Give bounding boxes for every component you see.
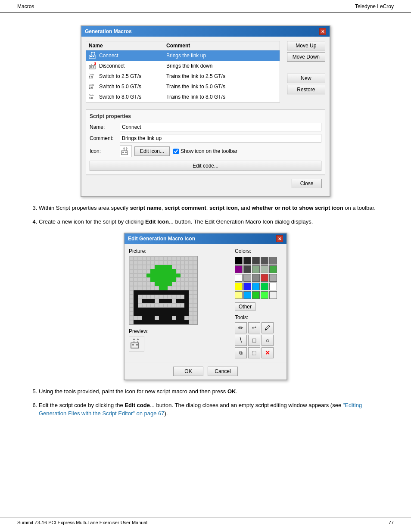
- pixel[interactable]: [155, 295, 159, 299]
- pixel[interactable]: [163, 274, 168, 278]
- pixel[interactable]: [150, 303, 155, 308]
- pixel[interactable]: [146, 256, 151, 261]
- pixel[interactable]: [184, 290, 189, 295]
- pixel[interactable]: [138, 320, 142, 324]
- pixel[interactable]: [142, 256, 146, 261]
- pixel[interactable]: [176, 269, 181, 274]
- pixel[interactable]: [181, 269, 185, 274]
- color-cell[interactable]: [269, 291, 277, 299]
- pixel[interactable]: [189, 299, 193, 303]
- pixel[interactable]: [159, 265, 163, 269]
- pixel[interactable]: [150, 261, 155, 265]
- pixel[interactable]: [189, 261, 193, 265]
- pixel[interactable]: [184, 274, 189, 278]
- pixel[interactable]: [184, 303, 189, 308]
- pixel[interactable]: [168, 256, 172, 261]
- pixel[interactable]: [168, 320, 172, 324]
- pixel[interactable]: [142, 290, 146, 295]
- pixel[interactable]: [172, 290, 176, 295]
- pixel[interactable]: [129, 295, 134, 299]
- pixel[interactable]: [142, 274, 146, 278]
- pixel[interactable]: [176, 290, 181, 295]
- pixel[interactable]: [172, 261, 176, 265]
- pixel[interactable]: [159, 261, 163, 265]
- pixel[interactable]: [184, 265, 189, 269]
- restore-button[interactable]: Restore: [287, 85, 325, 94]
- pixel[interactable]: [193, 290, 197, 295]
- pixel[interactable]: [129, 316, 134, 320]
- pixel[interactable]: [181, 311, 185, 316]
- pixel[interactable]: [163, 265, 168, 269]
- pixel[interactable]: [172, 308, 176, 312]
- pixel[interactable]: [189, 256, 193, 261]
- pixel[interactable]: [150, 299, 155, 303]
- pixel[interactable]: [134, 316, 138, 320]
- table-row[interactable]: Go to 5.0 Switch to 5.0 GT/s Trains the …: [86, 81, 280, 92]
- pixel[interactable]: [163, 256, 168, 261]
- pixel[interactable]: [176, 320, 181, 324]
- pixel[interactable]: [138, 265, 142, 269]
- pixel[interactable]: [168, 286, 172, 290]
- show-icon-label[interactable]: Show icon on the toolbar: [173, 148, 237, 154]
- pixel[interactable]: [134, 320, 138, 324]
- pixel[interactable]: [193, 303, 197, 308]
- fill-tool[interactable]: 🖊: [262, 322, 274, 333]
- pixel[interactable]: [184, 299, 189, 303]
- pixel[interactable]: [138, 277, 142, 282]
- pixel[interactable]: [172, 311, 176, 316]
- pixel[interactable]: [142, 269, 146, 274]
- pixel[interactable]: [189, 316, 193, 320]
- pixel[interactable]: [176, 308, 181, 312]
- ok-button[interactable]: OK: [173, 367, 203, 376]
- pixel[interactable]: [184, 295, 189, 299]
- pixel[interactable]: [163, 320, 168, 324]
- pixel[interactable]: [150, 282, 155, 286]
- pixel[interactable]: [155, 308, 159, 312]
- pixel[interactable]: [155, 299, 159, 303]
- pixel[interactable]: [168, 290, 172, 295]
- pixel[interactable]: [159, 320, 163, 324]
- pixel[interactable]: [163, 286, 168, 290]
- comment-input[interactable]: [120, 134, 321, 143]
- pixel[interactable]: [181, 282, 185, 286]
- pixel[interactable]: [172, 274, 176, 278]
- gen-macros-close-button[interactable]: ✕: [319, 28, 326, 35]
- pixel[interactable]: [193, 269, 197, 274]
- pixel[interactable]: [163, 282, 168, 286]
- pixel[interactable]: [129, 256, 134, 261]
- pixel[interactable]: [155, 277, 159, 282]
- pixel[interactable]: [155, 286, 159, 290]
- edit-icon-button[interactable]: Edit icon...: [134, 146, 170, 156]
- pixel[interactable]: [176, 261, 181, 265]
- pixel[interactable]: [181, 277, 185, 282]
- color-cell[interactable]: [252, 274, 260, 282]
- pixel[interactable]: [193, 277, 197, 282]
- pixel[interactable]: [163, 308, 168, 312]
- color-cell[interactable]: [261, 274, 268, 282]
- pixel[interactable]: [142, 261, 146, 265]
- pixel[interactable]: [168, 311, 172, 316]
- pixel[interactable]: [181, 320, 185, 324]
- pixel[interactable]: [155, 269, 159, 274]
- pixel[interactable]: [150, 277, 155, 282]
- pixel[interactable]: [134, 261, 138, 265]
- pixel[interactable]: [168, 265, 172, 269]
- pixel[interactable]: [129, 261, 134, 265]
- pixel[interactable]: [168, 316, 172, 320]
- color-cell[interactable]: [243, 291, 251, 299]
- pixel[interactable]: [168, 282, 172, 286]
- pixel[interactable]: [181, 299, 185, 303]
- pixel[interactable]: [181, 261, 185, 265]
- color-cell[interactable]: [252, 257, 260, 264]
- color-cell[interactable]: [243, 257, 251, 264]
- pixel[interactable]: [150, 274, 155, 278]
- pixel[interactable]: [168, 261, 172, 265]
- pixel[interactable]: [146, 269, 151, 274]
- pixel[interactable]: [168, 269, 172, 274]
- new-button[interactable]: New: [287, 74, 325, 83]
- cancel-button[interactable]: Cancel: [208, 367, 238, 376]
- pixel[interactable]: [155, 261, 159, 265]
- pixel[interactable]: [168, 308, 172, 312]
- pixel[interactable]: [142, 277, 146, 282]
- pixel[interactable]: [181, 303, 185, 308]
